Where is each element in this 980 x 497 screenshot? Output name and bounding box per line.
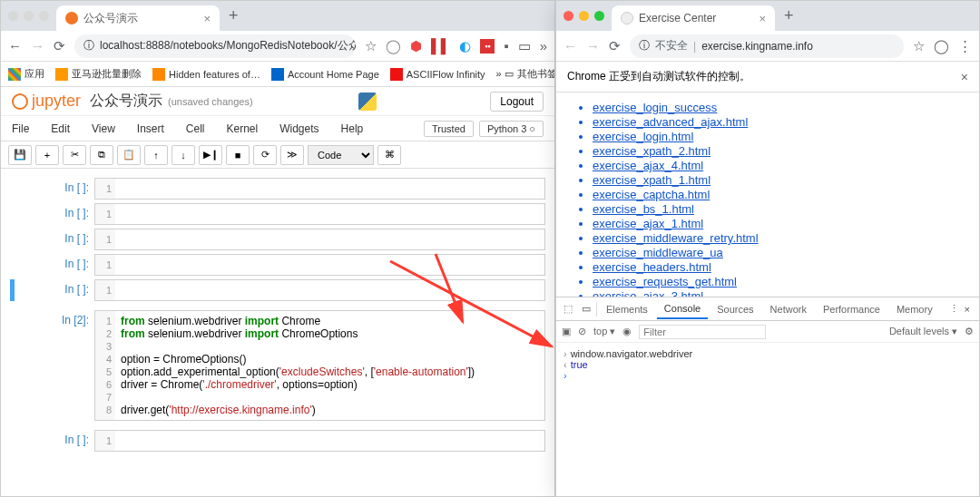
clear-console-icon[interactable]: ⊘ <box>578 326 586 337</box>
exercise-link[interactable]: exercise_xpath_2.html <box>593 144 710 158</box>
logout-button[interactable]: Logout <box>490 92 544 112</box>
forward-icon[interactable]: → <box>31 38 44 54</box>
devtools-close-icon[interactable]: × <box>965 304 970 315</box>
close-icon[interactable]: × <box>203 12 211 25</box>
star-icon[interactable]: ☆ <box>365 38 377 54</box>
menu-widgets[interactable]: Widgets <box>279 122 318 135</box>
devtools-tab-sources[interactable]: Sources <box>710 300 760 318</box>
devtools-more-icon[interactable]: ⋮ <box>949 303 959 315</box>
code-cell[interactable]: In [ ]:1 <box>10 279 545 301</box>
exercise-link[interactable]: exercise_requests_get.html <box>593 275 737 288</box>
ext-icon[interactable]: ⬢ <box>410 38 422 54</box>
exercise-link[interactable]: exercise_ajax_1.html <box>593 217 703 230</box>
bookmark-overflow[interactable]: » ▭ 其他书签 <box>496 67 554 81</box>
menu-cell[interactable]: Cell <box>186 122 205 135</box>
back-icon[interactable]: ← <box>564 38 577 54</box>
menu-edit[interactable]: Edit <box>51 122 70 135</box>
bookmark-item[interactable]: Account Home Page <box>271 68 379 81</box>
code-cell[interactable]: In [ ]:1 <box>10 430 545 452</box>
exercise-link[interactable]: exercise_advanced_ajax.html <box>593 115 748 129</box>
apps-button[interactable]: 应用 <box>8 67 44 81</box>
levels-dropdown[interactable]: Default levels ▾ <box>889 326 957 337</box>
jupyter-logo[interactable]: jupyter <box>12 92 81 111</box>
code-cell[interactable]: In [ ]:1 <box>10 203 545 225</box>
move-up-button[interactable]: ↑ <box>144 145 168 165</box>
code-cell-executed[interactable]: In [2]:1 2 3 4 5 6 7 8from selenium.webd… <box>10 310 545 421</box>
exercise-link[interactable]: exercise_middleware_ua <box>593 246 723 259</box>
ext-icon[interactable]: ▌▌ <box>431 38 450 54</box>
url-field[interactable]: ⓘ 不安全 | exercise.kingname.info <box>630 34 904 58</box>
filter-input[interactable] <box>639 325 766 339</box>
new-tab-button[interactable]: + <box>229 6 239 25</box>
console-output[interactable]: ›window.navigator.webdriver ‹true › <box>556 343 979 386</box>
menu-icon[interactable]: ⋮ <box>958 38 972 54</box>
inspect-icon[interactable]: ⬚ <box>560 303 576 315</box>
reload-icon[interactable]: ⟳ <box>609 38 621 54</box>
exercise-link[interactable]: exercise_login.html <box>593 130 693 143</box>
devtools-tab-memory[interactable]: Memory <box>889 300 940 318</box>
copy-button[interactable]: ⧉ <box>90 145 113 165</box>
add-cell-button[interactable]: + <box>35 145 59 165</box>
run-button[interactable]: ▶❙ <box>199 145 222 165</box>
menu-insert[interactable]: Insert <box>137 122 164 135</box>
restart-button[interactable]: ⟳ <box>253 145 277 165</box>
bookmark-item[interactable]: Hidden features of… <box>152 68 260 81</box>
menu-kernel[interactable]: Kernel <box>227 122 259 135</box>
paste-button[interactable]: 📋 <box>117 145 141 165</box>
code-cell[interactable]: In [ ]:1 <box>10 178 545 200</box>
forward-icon[interactable]: → <box>586 38 600 54</box>
gear-icon[interactable]: ⚙ <box>965 326 974 337</box>
device-icon[interactable]: ▭ <box>578 303 594 315</box>
exercise-link[interactable]: exercise_login_success <box>593 101 717 114</box>
ext-icon[interactable]: ▪ <box>504 38 508 54</box>
trusted-badge[interactable]: Trusted <box>424 121 474 137</box>
menu-help[interactable]: Help <box>341 122 364 135</box>
code-cell[interactable]: In [ ]:1 <box>10 254 545 276</box>
notebook-title[interactable]: 公众号演示 <box>90 92 162 111</box>
exercise-link[interactable]: exercise_ajax_4.html <box>593 159 703 172</box>
save-button[interactable]: 💾 <box>8 145 32 165</box>
menu-view[interactable]: View <box>92 122 115 135</box>
exercise-link[interactable]: exercise_bs_1.html <box>593 202 694 216</box>
ext-icon[interactable]: ▪▪ <box>480 39 495 54</box>
cut-button[interactable]: ✂ <box>63 145 86 165</box>
new-tab-button[interactable]: + <box>784 6 794 25</box>
star-icon[interactable]: ☆ <box>913 38 925 54</box>
ext-icon[interactable]: ◐ <box>459 38 471 54</box>
ext-icon[interactable]: ▭ <box>518 38 531 54</box>
unsaved-label: (unsaved changes) <box>168 96 253 107</box>
traffic-lights[interactable] <box>564 11 604 21</box>
close-icon[interactable]: × <box>759 12 766 25</box>
cell-type-select[interactable]: Code <box>308 145 374 165</box>
ext-icon[interactable]: » <box>540 38 547 54</box>
code-cell[interactable]: In [ ]:1 <box>10 229 545 250</box>
context-dropdown[interactable]: top ▾ <box>593 326 615 337</box>
run-all-button[interactable]: ≫ <box>280 145 304 165</box>
exercise-link[interactable]: exercise_xpath_1.html <box>593 173 710 187</box>
ext-icon[interactable]: ◯ <box>386 38 401 54</box>
reload-icon[interactable]: ⟳ <box>54 38 65 54</box>
menu-file[interactable]: File <box>12 122 29 135</box>
kernel-badge[interactable]: Python 3 ○ <box>479 121 544 137</box>
browser-tab[interactable]: 公众号演示 × <box>56 5 220 31</box>
command-palette-button[interactable]: ⌘ <box>377 145 401 165</box>
profile-icon[interactable]: ◯ <box>934 38 949 54</box>
devtools-tab-network[interactable]: Network <box>763 300 814 318</box>
url-field[interactable]: ⓘ localhost:8888/notebooks/MongoRedisNot… <box>74 34 356 58</box>
devtools-tab-elements[interactable]: Elements <box>599 300 655 318</box>
bookmark-item[interactable]: 亚马逊批量删除 <box>55 67 142 81</box>
devtools-tab-performance[interactable]: Performance <box>816 300 887 318</box>
move-down-button[interactable]: ↓ <box>172 145 195 165</box>
stop-button[interactable]: ■ <box>226 145 250 165</box>
eye-icon[interactable]: ◉ <box>622 326 632 337</box>
exercise-link[interactable]: exercise_middleware_retry.html <box>593 231 759 245</box>
close-icon[interactable]: × <box>961 70 968 84</box>
exercise-link[interactable]: exercise_captcha.html <box>593 188 710 201</box>
bookmark-item[interactable]: ASCIIFlow Infinity <box>390 68 485 81</box>
back-icon[interactable]: ← <box>8 38 22 54</box>
code-content[interactable]: from selenium.webdriver import Chrome fr… <box>115 311 544 420</box>
devtools-tab-console[interactable]: Console <box>657 299 708 319</box>
exercise-link[interactable]: exercise_headers.html <box>593 260 711 274</box>
browser-tab[interactable]: Exercise Center × <box>612 5 775 31</box>
sidebar-toggle-icon[interactable]: ▣ <box>562 326 571 337</box>
